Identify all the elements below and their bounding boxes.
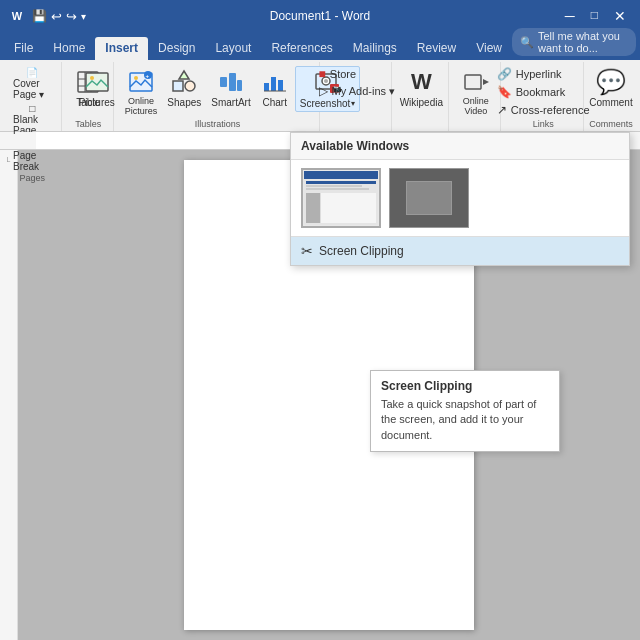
tell-me-box[interactable]: 🔍 Tell me what you want to do... <box>512 28 636 56</box>
thumb-titlebar-1 <box>304 171 378 179</box>
svg-rect-19 <box>278 80 283 91</box>
svg-rect-17 <box>264 83 269 91</box>
window-controls: ─ □ ✕ <box>559 8 632 24</box>
online-pictures-icon: + <box>127 68 155 96</box>
svg-text:+: + <box>146 73 150 79</box>
svg-marker-13 <box>179 71 189 79</box>
svg-marker-27 <box>483 79 489 85</box>
group-illustrations: Pictures + OnlinePictures <box>116 62 321 131</box>
my-addins-button[interactable]: ▷ My Add-ins ▾ <box>315 83 399 99</box>
comment-button[interactable]: 💬 Comment <box>585 66 636 110</box>
addins-items: ■ Store ▷ My Add-ins ▾ <box>315 64 399 131</box>
word-icon: W <box>8 7 26 25</box>
tooltip-title: Screen Clipping <box>381 379 549 393</box>
ribbon-body: 📄 Cover Page ▾ □ Blank Page ⋯ Page Break… <box>0 60 640 132</box>
tooltip-screen-clipping: Screen Clipping Take a quick snapshot of… <box>370 370 560 452</box>
group-pages: 📄 Cover Page ▾ □ Blank Page ⋯ Page Break… <box>4 62 62 131</box>
svg-rect-18 <box>271 77 276 91</box>
tab-references[interactable]: References <box>261 37 342 60</box>
shapes-label: Shapes <box>167 97 201 108</box>
tab-home[interactable]: Home <box>43 37 95 60</box>
restore-button[interactable]: □ <box>585 8 604 24</box>
wikipedia-items: W Wikipedia <box>396 64 447 131</box>
comment-label: Comment <box>589 97 632 108</box>
hyperlink-icon: 🔗 <box>497 67 512 81</box>
screenshot-dropdown: Available Windows <box>290 132 630 266</box>
tab-view[interactable]: View <box>466 37 512 60</box>
cover-page-button[interactable]: 📄 Cover Page ▾ <box>10 66 55 101</box>
smartart-button[interactable]: SmartArt <box>207 66 254 110</box>
tab-review[interactable]: Review <box>407 37 466 60</box>
sidebar-ruler: L <box>0 150 18 640</box>
tab-design[interactable]: Design <box>148 37 205 60</box>
my-addins-label: My Add-ins ▾ <box>332 85 395 98</box>
tab-layout[interactable]: Layout <box>205 37 261 60</box>
svg-rect-5 <box>86 73 108 91</box>
pages-items: 📄 Cover Page ▾ □ Blank Page ⋯ Page Break <box>10 64 55 173</box>
window-thumbnail-1[interactable] <box>301 168 381 228</box>
svg-point-6 <box>90 76 94 80</box>
pictures-button[interactable]: Pictures <box>75 66 119 110</box>
window-thumbnail-2[interactable] <box>389 168 469 228</box>
svg-rect-26 <box>465 75 481 89</box>
search-icon: 🔍 <box>520 36 534 49</box>
undo-icon[interactable] <box>51 9 62 24</box>
chart-button[interactable]: Chart <box>257 66 293 110</box>
shapes-button[interactable]: Shapes <box>163 66 205 110</box>
svg-rect-15 <box>229 73 236 91</box>
chart-icon <box>261 68 289 96</box>
tooltip-description: Take a quick snapshot of part of the scr… <box>381 397 549 443</box>
wikipedia-button[interactable]: W Wikipedia <box>396 66 447 110</box>
group-addins: ■ Store ▷ My Add-ins ▾ <box>322 62 392 131</box>
online-video-button[interactable]: OnlineVideo <box>458 66 494 119</box>
cross-reference-button[interactable]: ↗ Cross-reference <box>493 102 594 118</box>
dropdown-header: Available Windows <box>291 133 629 160</box>
hyperlink-label: Hyperlink <box>516 68 562 80</box>
comments-items: 💬 Comment <box>585 64 636 119</box>
store-icon: ■ <box>319 67 326 81</box>
smartart-label: SmartArt <box>211 97 250 108</box>
store-button[interactable]: ■ Store <box>315 66 361 82</box>
page-break-label: Page Break <box>13 150 52 172</box>
group-links: 🔗 Hyperlink 🔖 Bookmark ↗ Cross-reference… <box>503 62 584 131</box>
cover-page-icon: 📄 <box>26 67 38 78</box>
svg-rect-16 <box>237 80 242 91</box>
wikipedia-icon: W <box>407 68 435 96</box>
thumb-content-1 <box>304 179 378 225</box>
illustrations-label: Illustrations <box>195 119 241 131</box>
quick-access-toolbar: 💾 ▾ <box>32 9 86 24</box>
shapes-icon <box>170 68 198 96</box>
comment-icon: 💬 <box>597 68 625 96</box>
bookmark-button[interactable]: 🔖 Bookmark <box>493 84 594 100</box>
blank-page-icon: □ <box>29 103 35 114</box>
group-comments: 💬 Comment Comments <box>586 62 636 131</box>
screen-clipping-icon: ✂ <box>301 243 313 259</box>
online-video-icon <box>462 68 490 96</box>
dropdown-windows <box>291 160 629 236</box>
svg-rect-14 <box>220 77 227 87</box>
pictures-icon <box>83 68 111 96</box>
customize-icon[interactable]: ▾ <box>81 11 86 22</box>
online-pictures-label: OnlinePictures <box>125 97 158 117</box>
ribbon-tabs: File Home Insert Design Layout Reference… <box>0 32 640 60</box>
tab-file[interactable]: File <box>4 37 43 60</box>
minimize-button[interactable]: ─ <box>559 8 581 24</box>
hyperlink-button[interactable]: 🔗 Hyperlink <box>493 66 594 82</box>
close-button[interactable]: ✕ <box>608 8 632 24</box>
redo-icon[interactable] <box>66 9 77 24</box>
online-pictures-button[interactable]: + OnlinePictures <box>121 66 162 119</box>
my-addins-icon: ▷ <box>319 84 328 98</box>
save-icon[interactable]: 💾 <box>32 9 47 23</box>
online-video-label: OnlineVideo <box>463 97 489 117</box>
screen-clipping-option[interactable]: ✂ Screen Clipping <box>291 237 629 265</box>
pictures-label: Pictures <box>79 97 115 108</box>
links-label: Links <box>533 119 554 131</box>
pages-label: Pages <box>20 173 46 185</box>
screen-clipping-label: Screen Clipping <box>319 244 404 258</box>
tables-label: Tables <box>75 119 101 131</box>
cross-reference-icon: ↗ <box>497 103 507 117</box>
tab-insert[interactable]: Insert <box>95 37 148 60</box>
thumb-inner-1 <box>304 171 378 225</box>
group-wikipedia: W Wikipedia <box>394 62 449 131</box>
tab-mailings[interactable]: Mailings <box>343 37 407 60</box>
